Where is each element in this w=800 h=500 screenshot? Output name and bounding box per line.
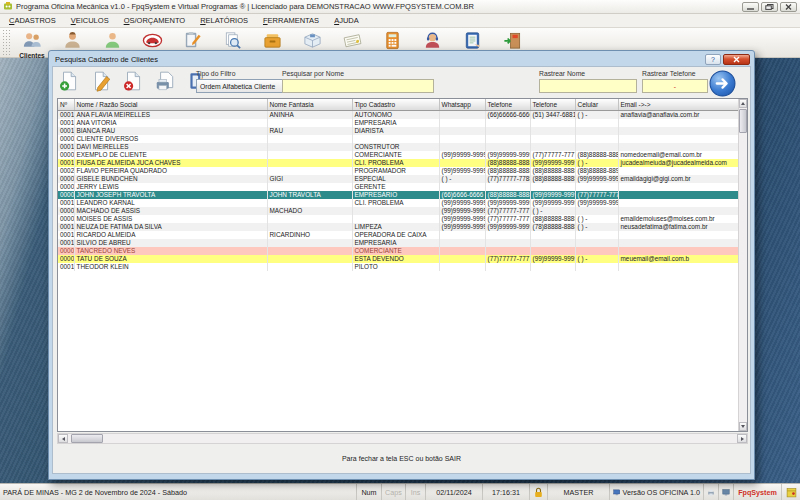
- dialog-help-button[interactable]: ?: [705, 54, 721, 65]
- column-header[interactable]: Email ->->: [618, 99, 738, 110]
- cell-n: 00020: [58, 167, 74, 175]
- table-row[interactable]: 00019THEODOR KLEINPILOTO: [58, 263, 738, 271]
- vertical-scrollbar[interactable]: [738, 99, 747, 431]
- delete-icon: [122, 70, 144, 92]
- restore-button[interactable]: [761, 2, 778, 12]
- arrow-down-icon: [741, 425, 745, 428]
- table-row[interactable]: 00012SILVIO DE ABREUEMPRESARIA: [58, 239, 738, 247]
- column-header[interactable]: Celular: [575, 99, 618, 110]
- cell-whatsapp: (99)99999-9999: [439, 199, 485, 207]
- dialog-titlebar[interactable]: Pesquisa Cadastro de Clientes ?: [52, 51, 751, 66]
- table-row[interactable]: 00006JERRY LEWISGERENTE: [58, 183, 738, 191]
- cell-n: 00013: [58, 159, 74, 167]
- table-row[interactable]: 00007JOHN JOSEPH TRAVOLTAJOHN TRAVOLTAEM…: [58, 191, 738, 199]
- horizontal-scrollbar[interactable]: [57, 433, 748, 444]
- menu-cadastros[interactable]: CADASTROS: [9, 16, 56, 25]
- track-name-input[interactable]: [539, 79, 637, 93]
- table-row[interactable]: 00004MACHADO DE ASSISMACHADO(99)99999-99…: [58, 207, 738, 215]
- calendar-icon[interactable]: [782, 484, 800, 500]
- column-header[interactable]: Nº: [58, 99, 74, 110]
- cell-fantasia: ANINHA: [267, 110, 352, 119]
- cell-nome: JERRY LEWIS: [74, 183, 267, 191]
- search-go-button[interactable]: [709, 70, 736, 97]
- cell-tel2: (99)99999-9999: [530, 191, 575, 199]
- menu-ajuda[interactable]: AJUDA: [334, 16, 359, 25]
- cell-email: [618, 191, 738, 199]
- cell-tel1: (77)77777-7777: [485, 207, 530, 215]
- table-row[interactable]: 00011LEANDRO KARNALCLI. PROBLEMA(99)9999…: [58, 199, 738, 207]
- table-row[interactable]: 00017ANA VITORIAEMPRESARIA: [58, 119, 738, 127]
- table-row[interactable]: 00018DAVI MEIRELLESCONSTRUTOR: [58, 143, 738, 151]
- cell-email: [618, 263, 738, 271]
- status-ins: Ins: [406, 484, 426, 500]
- network-icon[interactable]: [719, 484, 734, 500]
- vertical-scroll-thumb[interactable]: [739, 109, 747, 133]
- delete-record-button[interactable]: [120, 69, 146, 96]
- table-row[interactable]: 00015NEUZA DE FATIMA DA SILVALIMPEZA(99)…: [58, 223, 738, 231]
- cell-tel1: (88)88888-8888: [485, 167, 530, 175]
- table-row[interactable]: 00003GISELE BUNDCHENGIGIESPECIAL( ) -(77…: [58, 175, 738, 183]
- cell-fantasia: [267, 119, 352, 127]
- print-button[interactable]: [152, 69, 178, 96]
- cell-fantasia: [267, 151, 352, 159]
- menu-veiculos[interactable]: VEICULOS: [71, 16, 109, 25]
- cell-tipo: EMPRESARIA: [352, 119, 439, 127]
- menu-relat-rios[interactable]: RELATÓRIOS: [200, 16, 248, 25]
- cell-nome: MACHADO DE ASSIS: [74, 207, 267, 215]
- cell-fantasia: [267, 143, 352, 151]
- table-row[interactable]: 00013FIUSA DE ALMEIDA JUCA CHAVESCLI. PR…: [58, 159, 738, 167]
- table-row[interactable]: 00002EXEMPLO DE CLIENTECOMERCIANTE(99)99…: [58, 151, 738, 159]
- cell-n: 00015: [58, 223, 74, 231]
- table-row[interactable]: 00020FLAVIO PEREIRA QUADRADOPROGRAMADOR(…: [58, 167, 738, 175]
- cell-tipo: PILOTO: [352, 263, 439, 271]
- cell-n: 00010: [58, 231, 74, 239]
- cell-whatsapp: [439, 110, 485, 119]
- column-header[interactable]: Nome Fantasia: [267, 99, 352, 110]
- cell-nome: NEUZA DE FATIMA DA SILVA: [74, 223, 267, 231]
- edit-record-button[interactable]: [88, 69, 114, 96]
- column-header[interactable]: Nome / Razão Social: [74, 99, 267, 110]
- column-header[interactable]: Whatsapp: [439, 99, 485, 110]
- cell-celular: (88)88888-8888: [575, 151, 618, 159]
- cell-email: [618, 135, 738, 143]
- cell-tel2: (88)88888-8888: [530, 215, 575, 223]
- table-row[interactable]: 00001CLIENTE DIVERSOS: [58, 135, 738, 143]
- cell-n: 00017: [58, 119, 74, 127]
- scroll-up-button[interactable]: [739, 99, 747, 108]
- column-header[interactable]: Telefone: [485, 99, 530, 110]
- monitor-icon: [613, 487, 621, 498]
- column-header[interactable]: Telefone: [530, 99, 575, 110]
- menu-ferramentas[interactable]: FERRAMENTAS: [263, 16, 319, 25]
- cell-tel1: (77)77777-7788: [485, 175, 530, 183]
- cell-fantasia: JOHN TRAVOLTA: [267, 191, 352, 199]
- toolbar-button-clientes[interactable]: Clientes: [12, 28, 52, 58]
- cell-whatsapp: [439, 247, 485, 255]
- cell-tel2: [530, 119, 575, 127]
- table-row[interactable]: 00005TANCREDO NEVESCOMERCIANTE: [58, 247, 738, 255]
- scroll-left-button[interactable]: [58, 434, 68, 443]
- table-row[interactable]: 00014ANA FLAVIA MEIRELLESANINHAAUTONOMO(…: [58, 110, 738, 119]
- cell-celular: [575, 183, 618, 191]
- scroll-right-button[interactable]: [737, 434, 747, 443]
- minimize-button[interactable]: [742, 2, 759, 12]
- table-row[interactable]: 00008MOISES DE ASSIS(99)99999-9999(77)77…: [58, 215, 738, 223]
- column-header[interactable]: Tipo Cadastro: [352, 99, 439, 110]
- cell-fantasia: [267, 247, 352, 255]
- cell-n: 00004: [58, 207, 74, 215]
- toolbar-grip[interactable]: [2, 29, 10, 57]
- edit-icon: [90, 70, 112, 92]
- track-phone-input[interactable]: [642, 79, 708, 93]
- search-name-input[interactable]: [282, 79, 434, 93]
- dialog-close-button[interactable]: [723, 54, 750, 65]
- add-record-button[interactable]: [56, 69, 82, 96]
- table-row[interactable]: 00010RICARDO ALMEIDARICARDINHOOPERADORA …: [58, 231, 738, 239]
- menu-os-or-amento[interactable]: OS/ORÇAMENTO: [124, 16, 186, 25]
- cell-tel2: (51) 3447-6881: [530, 110, 575, 119]
- close-button[interactable]: [780, 2, 797, 12]
- table-row[interactable]: 00016BIANCA RAURAUDIARISTA: [58, 127, 738, 135]
- table-row[interactable]: 00009TATU DE SOUZAESTA DEVENDO(77)77777-…: [58, 255, 738, 263]
- scroll-down-button[interactable]: [739, 422, 747, 431]
- horizontal-scroll-thumb[interactable]: [71, 434, 103, 443]
- printer-icon[interactable]: [704, 484, 719, 500]
- cell-tel2: [530, 263, 575, 271]
